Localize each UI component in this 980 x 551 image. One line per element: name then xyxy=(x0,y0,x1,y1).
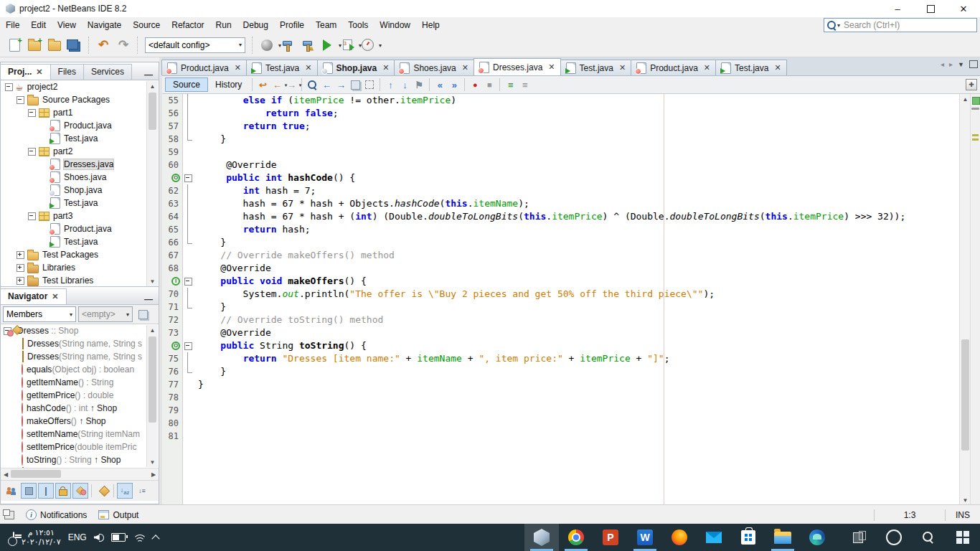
member-setitemprice[interactable]: setItemPrice(double itemPric xyxy=(1,441,159,453)
taskbar-app-firefox[interactable] xyxy=(662,524,697,551)
search-dropdown-icon[interactable]: ▾ xyxy=(837,22,840,29)
clean-build-icon[interactable] xyxy=(298,36,316,55)
tree-item-libraries[interactable]: Libraries xyxy=(1,261,159,274)
close-button[interactable]: ✕ xyxy=(947,0,980,17)
code-line[interactable]: 59 xyxy=(162,146,980,159)
minimize-panel-button[interactable]: — xyxy=(138,294,159,304)
toggle-bookmark-icon[interactable]: ⚑ xyxy=(412,77,426,92)
navigator-scrollbar[interactable]: ▲ ▼ xyxy=(146,325,158,467)
member-getitemprice[interactable]: getItemPrice() : double xyxy=(1,389,159,402)
rectangular-selection-icon[interactable] xyxy=(362,77,377,92)
scroll-tabs-left-icon[interactable]: ◂ xyxy=(941,60,944,68)
taskbar-clock[interactable]: م١٢:٥١ ٢٠٢٠/١٢/٠٧ xyxy=(22,528,61,547)
inner-class-navigation-icon[interactable] xyxy=(95,483,110,499)
menu-team[interactable]: Team xyxy=(310,19,342,32)
scroll-down-icon[interactable]: ▼ xyxy=(147,457,158,467)
shift-left-icon[interactable]: « xyxy=(433,77,447,92)
volume-icon[interactable] xyxy=(94,533,104,542)
tab-files[interactable]: Files xyxy=(50,64,84,80)
expand-toggle-icon[interactable] xyxy=(28,109,36,117)
expand-toggle-icon[interactable] xyxy=(17,264,24,272)
code-line[interactable]: 72 // Override toString() method xyxy=(162,314,980,326)
member-getitemname[interactable]: getItemName() : String xyxy=(1,376,159,389)
history-view-button[interactable]: History xyxy=(208,78,249,91)
warning-mark[interactable] xyxy=(972,134,979,136)
cortana-button[interactable] xyxy=(877,524,911,551)
forward-icon[interactable]: →▾ xyxy=(284,77,298,92)
maximize-button[interactable] xyxy=(914,0,947,17)
member-makeoffers[interactable]: makeOffers() ↑ Shop xyxy=(1,415,159,428)
previous-occurrence-icon[interactable]: ↑ xyxy=(383,77,397,92)
tree-item-source-packages[interactable]: Source Packages xyxy=(1,93,159,106)
toggle-highlight-icon[interactable] xyxy=(348,77,362,92)
projects-scroll-thumb[interactable] xyxy=(149,93,156,130)
open-window-icon[interactable] xyxy=(135,306,151,322)
member-equals[interactable]: equals(Object obj) : boolean xyxy=(1,363,159,376)
tab-proj[interactable]: Proj...✕ xyxy=(0,64,51,80)
close-icon[interactable]: ✕ xyxy=(382,63,389,72)
editor-tab-dresses-java[interactable]: Dresses.java✕ xyxy=(473,58,561,75)
code-line[interactable]: 62 int hash = 7; xyxy=(162,184,980,197)
record-macro-icon[interactable]: ● xyxy=(468,77,482,92)
member-hashcode[interactable]: hashCode() : int ↑ Shop xyxy=(1,402,159,415)
scroll-down-icon[interactable]: ▼ xyxy=(960,495,971,505)
tree-item-part3[interactable]: part3 xyxy=(1,209,159,222)
notifications-button[interactable]: i Notifications xyxy=(20,508,93,522)
debug-project-icon[interactable]: 3▾ xyxy=(338,36,357,55)
start-button[interactable] xyxy=(946,524,980,551)
menu-file[interactable]: File xyxy=(0,19,25,32)
tab-services[interactable]: Services xyxy=(83,64,132,80)
search-button[interactable] xyxy=(911,524,946,551)
tree-item-shop-java[interactable]: Shop.java xyxy=(1,184,159,197)
code-fold-toggle[interactable] xyxy=(182,339,194,352)
comment-icon[interactable]: ≡ xyxy=(503,77,517,92)
close-icon[interactable]: ✕ xyxy=(548,62,555,72)
close-icon[interactable]: ✕ xyxy=(52,292,58,301)
close-icon[interactable]: ✕ xyxy=(774,63,781,72)
find-previous-icon[interactable]: ← xyxy=(319,77,334,92)
sort-alpha-icon[interactable]: ↓az xyxy=(117,483,133,499)
editor-tab-shop-java[interactable]: Shop.java✕ xyxy=(317,60,395,75)
code-line[interactable]: 55 else if (itemPrice != other.itemPrice… xyxy=(162,94,980,107)
wifi-icon[interactable] xyxy=(133,533,146,542)
open-project-icon[interactable] xyxy=(45,36,64,55)
menu-tools[interactable]: Tools xyxy=(342,19,374,32)
code-line[interactable]: 65 return hash; xyxy=(162,223,980,236)
warning-mark[interactable] xyxy=(972,138,979,141)
code-line[interactable]: 57 return true; xyxy=(162,120,980,133)
back-icon[interactable]: ←▾ xyxy=(270,77,284,92)
code-line[interactable]: 58 } xyxy=(162,133,980,146)
code-line[interactable]: 70 System.out.println("The offer is \"Bu… xyxy=(162,288,980,301)
tree-item-product-java[interactable]: Product.java xyxy=(1,119,159,132)
minimize-button[interactable]: – xyxy=(881,0,914,17)
menu-view[interactable]: View xyxy=(52,19,82,32)
last-edit-icon[interactable]: ↩ xyxy=(255,77,270,92)
code-line[interactable]: 56 return false; xyxy=(162,107,980,120)
code-line[interactable]: 76 } xyxy=(162,365,980,378)
run-project-icon[interactable]: ▾ xyxy=(318,36,336,55)
tree-item-test-java[interactable]: Test.java xyxy=(1,235,159,248)
build-ball-icon[interactable]: ▾ xyxy=(258,36,276,55)
expand-toggle-icon[interactable] xyxy=(5,83,13,91)
code-line[interactable]: 77} xyxy=(162,378,980,391)
save-all-icon[interactable] xyxy=(65,36,84,55)
expand-toggle-icon[interactable] xyxy=(28,148,36,156)
code-line[interactable]: 79 xyxy=(162,404,980,417)
tree-item-dresses-java[interactable]: Dresses.java xyxy=(1,158,159,171)
build-hammer-icon[interactable] xyxy=(278,36,296,55)
member-setitemname[interactable]: setItemName(String itemNam xyxy=(1,428,159,441)
stop-macro-icon[interactable]: ■ xyxy=(482,77,496,92)
scroll-up-icon[interactable]: ▲ xyxy=(960,94,971,104)
code-line[interactable]: 67 // Override makeOffers() method xyxy=(162,249,980,262)
uncomment-icon[interactable]: ≡ xyxy=(517,77,532,92)
taskbar-app-store[interactable] xyxy=(731,524,765,551)
find-next-icon[interactable]: → xyxy=(334,77,348,92)
tree-item-project2[interactable]: ☕project2 xyxy=(1,80,159,93)
taskbar-app-netbeans[interactable] xyxy=(524,524,559,551)
taskbar-app-powerpoint[interactable]: P xyxy=(593,524,628,551)
close-icon[interactable]: ✕ xyxy=(235,63,241,72)
show-non-public-icon[interactable] xyxy=(55,483,71,499)
battery-icon[interactable] xyxy=(111,533,126,542)
show-statics-icon[interactable]: | xyxy=(38,483,54,499)
code-line[interactable]: 71 } xyxy=(162,301,980,314)
